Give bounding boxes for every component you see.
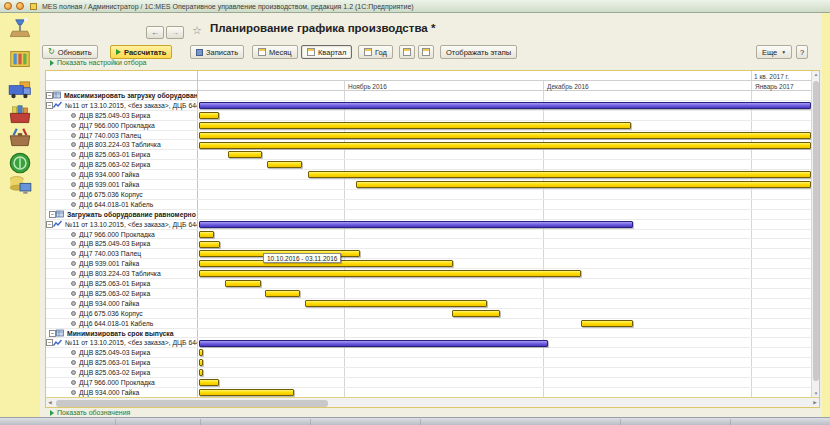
tree-cell[interactable]: −№11 от 13.10.2015, <без заказа>, ДЦБ 64… [46,220,197,229]
gantt-bar-yellow[interactable] [199,369,203,376]
gantt-item-row[interactable]: ДЦВ 939.001 Гайка [46,259,811,269]
gantt-order-row[interactable]: −№11 от 13.10.2015, <без заказа>, ДЦБ 64… [46,220,811,230]
gantt-bar-yellow[interactable] [199,270,581,277]
gantt-bar-yellow[interactable] [267,161,302,168]
gantt-item-row[interactable]: ДЦВ 934.000 Гайка [46,170,811,180]
gantt-bar-yellow[interactable] [308,171,811,178]
tree-cell[interactable]: ДЦВ 825.049-03 Бирка [46,240,197,249]
shortcut-toolbox-icon[interactable] [7,125,33,151]
expand-box-icon[interactable]: − [46,92,53,99]
gantt-item-row[interactable]: ДЦ7 966.000 Прокладка [46,121,811,131]
gantt-bar-yellow[interactable] [199,231,214,238]
gantt-order-row[interactable]: −№11 от 13.10.2015, <без заказа>, ДЦБ 64… [46,101,811,111]
shortcut-database-computer-icon[interactable] [7,172,33,198]
tree-cell[interactable]: ДЦВ 825.063-02 Бирка [46,368,197,377]
tree-cell[interactable]: ДЦ7 966.000 Прокладка [46,378,197,387]
scroll-right-icon[interactable]: ▶ [811,399,819,407]
scroll-left-icon[interactable]: ◀ [46,399,54,407]
more-button[interactable]: Еще ▼ [756,45,792,59]
gantt-item-row[interactable]: ДЦ7 966.000 Прокладка [46,378,811,388]
expand-box-icon[interactable]: − [46,339,53,346]
tree-cell[interactable]: ДЦВ 825.063-01 Бирка [46,150,197,159]
gantt-bar-yellow[interactable] [356,181,811,188]
gantt-item-row[interactable]: ДЦ6 644.018-01 Кабель [46,200,811,210]
tree-cell[interactable]: ДЦВ 825.063-01 Бирка [46,279,197,288]
zoom-in-button[interactable] [399,45,415,59]
horizontal-scroll-thumb[interactable] [56,400,328,407]
expand-box-icon[interactable]: − [49,211,56,218]
expand-box-icon[interactable]: − [49,330,56,337]
nav-forward-button[interactable]: → [166,26,184,39]
gantt-bar-yellow[interactable] [265,290,300,297]
tree-cell[interactable]: −Минимизировать срок выпуска [46,329,197,338]
gantt-bar-yellow[interactable] [581,320,633,327]
window-minimize-icon[interactable] [16,2,24,10]
zoom-out-button[interactable] [418,45,434,59]
tree-cell[interactable]: ДЦ7 966.000 Прокладка [46,121,197,130]
tree-cell[interactable]: ДЦ7 740.003 Палец [46,249,197,258]
gantt-order-row[interactable]: −№11 от 13.10.2015, <без заказа>, ДЦБ 64… [46,339,811,349]
gantt-item-row[interactable]: ДЦВ 939.001 Гайка [46,180,811,190]
gantt-group-row[interactable]: −Максимизировать загрузку оборудования [46,91,811,101]
gantt-bar-yellow[interactable] [199,142,811,149]
gantt-bar-purple[interactable] [199,102,811,109]
help-button[interactable]: ? [796,45,808,59]
tree-cell[interactable]: ДЦ7 966.000 Прокладка [46,230,197,239]
gantt-bar-purple[interactable] [199,221,633,228]
shortcut-truck-icon[interactable] [7,77,33,103]
show-filter-settings-link[interactable]: Показать настройки отбора [50,59,146,66]
gantt-item-row[interactable]: ДЦВ 934.000 Гайка [46,299,811,309]
tree-cell[interactable]: ДЦВ 825.049-03 Бирка [46,111,197,120]
tree-cell[interactable]: ДЦВ 825.063-02 Бирка [46,289,197,298]
shortcut-documents-folder-icon[interactable] [7,46,33,72]
tree-cell[interactable]: ДЦВ 934.000 Гайка [46,170,197,179]
tree-cell[interactable]: ДЦВ 825.049-03 Бирка [46,348,197,357]
gantt-bar-purple[interactable] [199,340,548,347]
gantt-item-row[interactable]: ДЦ7 966.000 Прокладка [46,230,811,240]
tree-cell[interactable]: −№11 от 13.10.2015, <без заказа>, ДЦБ 64… [46,339,197,348]
expand-box-icon[interactable]: − [46,221,53,228]
show-legend-link[interactable]: Показать обозначения [50,409,130,416]
scale-month-button[interactable]: Месяц [252,45,298,59]
gantt-bar-yellow[interactable] [452,310,500,317]
tree-cell[interactable]: ДЦВ 825.063-01 Бирка [46,358,197,367]
tree-cell[interactable]: ДЦ6 675.036 Корпус [46,309,197,318]
shortcut-desk-lamp-icon[interactable] [7,16,33,42]
gantt-item-row[interactable]: ДЦВ 825.049-03 Бирка [46,111,811,121]
gantt-group-row[interactable]: −Минимизировать срок выпуска [46,329,811,339]
tree-cell[interactable]: −Загружать оборудование равномерно [46,210,197,219]
refresh-button[interactable]: ↻ Обновить [42,45,98,59]
tree-cell[interactable]: ДЦВ 934.000 Гайка [46,299,197,308]
gantt-bar-yellow[interactable] [199,132,811,139]
vertical-scroll-thumb[interactable] [813,81,819,381]
gantt-item-row[interactable]: ДЦ6 675.036 Корпус [46,309,811,319]
gantt-item-row[interactable]: ДЦВ 803.224-03 Табличка [46,269,811,279]
tree-cell[interactable]: ДЦВ 825.063-02 Бирка [46,160,197,169]
gantt-item-row[interactable]: ДЦВ 825.063-01 Бирка [46,150,811,160]
gantt-bar-yellow[interactable] [199,389,294,396]
tree-cell[interactable]: ДЦВ 939.001 Гайка [46,180,197,189]
gantt-item-row[interactable]: ДЦ7 740.003 Палец [46,249,811,259]
gantt-group-row[interactable]: −Загружать оборудование равномерно [46,210,811,220]
gantt-bar-yellow[interactable] [199,379,219,386]
tree-cell[interactable]: ДЦВ 803.224-03 Табличка [46,141,197,150]
gantt-item-row[interactable]: ДЦВ 825.049-03 Бирка [46,348,811,358]
window-close-icon[interactable] [4,2,12,10]
gantt-bar-yellow[interactable] [225,280,261,287]
gantt-bar-yellow[interactable] [199,349,203,356]
gantt-item-row[interactable]: ДЦВ 825.063-02 Бирка [46,289,811,299]
tree-cell[interactable]: ДЦ6 644.018-01 Кабель [46,200,197,209]
tree-cell[interactable]: ДЦВ 803.224-03 Табличка [46,269,197,278]
tree-cell[interactable]: ДЦ6 675.036 Корпус [46,190,197,199]
gantt-item-row[interactable]: ДЦВ 825.063-01 Бирка [46,358,811,368]
horizontal-scrollbar[interactable]: ◀ ▶ [46,397,819,407]
nav-back-button[interactable]: ← [146,26,164,39]
vertical-scrollbar[interactable]: ▲ ▼ [811,71,819,398]
scale-year-button[interactable]: Год [358,45,393,59]
tree-cell[interactable]: −Максимизировать загрузку оборудования [46,91,197,100]
tree-cell[interactable]: ДЦВ 934.000 Гайка [46,388,197,397]
tree-cell[interactable]: ДЦ7 740.003 Палец [46,131,197,140]
gantt-item-row[interactable]: ДЦ6 675.036 Корпус [46,190,811,200]
gantt-bar-yellow[interactable] [199,241,220,248]
gantt-item-row[interactable]: ДЦВ 825.063-02 Бирка [46,160,811,170]
